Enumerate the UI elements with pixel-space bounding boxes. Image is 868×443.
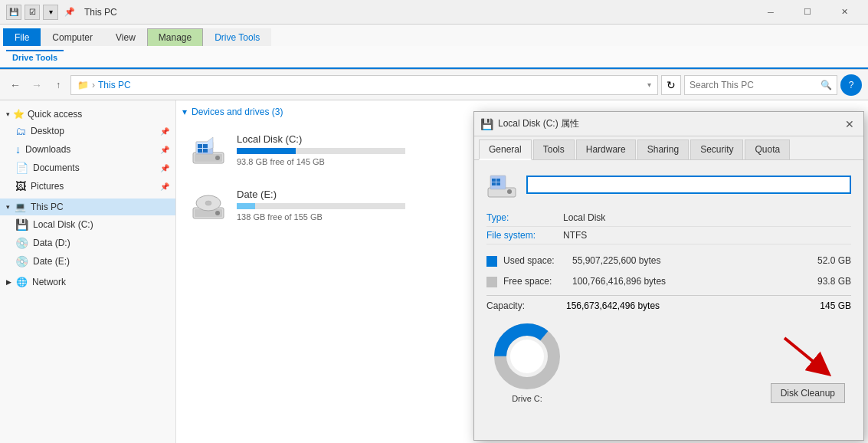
forward-button[interactable]: → xyxy=(28,76,46,94)
title-bar: 💾 ☑ ▾ 📌 This PC ─ ☐ ✕ xyxy=(0,0,868,25)
quick-access-icon: ⭐ xyxy=(13,109,25,120)
tab-computer[interactable]: Computer xyxy=(41,28,104,46)
sidebar-item-documents[interactable]: 📄 Documents 📌 xyxy=(0,159,175,177)
svg-rect-3 xyxy=(198,144,202,148)
minimize-button[interactable]: ─ xyxy=(753,0,788,25)
tab-view[interactable]: View xyxy=(104,28,147,46)
search-input[interactable] xyxy=(689,80,821,90)
svg-rect-5 xyxy=(198,149,202,153)
used-label: Used space: xyxy=(503,255,572,266)
tab-manage[interactable]: Manage xyxy=(147,28,203,46)
network-icon: 🌐 xyxy=(16,277,28,287)
donut-chart-area: Drive C: xyxy=(493,322,562,403)
svg-point-11 xyxy=(205,201,211,205)
free-bytes: 100,766,416,896 bytes xyxy=(572,276,811,287)
drive-c-bar xyxy=(237,148,296,154)
used-bytes: 55,907,225,600 bytes xyxy=(572,255,811,266)
date-e-icon: 💿 xyxy=(15,255,28,267)
prop-row-fs: File system: NTFS xyxy=(486,227,851,244)
tb-dropdown[interactable]: ▾ xyxy=(43,5,58,20)
data-d-label: Data (D:) xyxy=(33,238,70,248)
cap-bytes: 156,673,642,496 bytes xyxy=(566,300,814,311)
up-button[interactable]: ↑ xyxy=(49,76,67,94)
svg-point-19 xyxy=(507,189,512,194)
address-bar: ← → ↑ 📁 › This PC ▾ ↻ 🔍 ? xyxy=(0,70,868,100)
back-button[interactable]: ← xyxy=(6,76,25,94)
sidebar-item-pictures[interactable]: 🖼 Pictures 📌 xyxy=(0,177,175,195)
documents-icon: 📄 xyxy=(15,162,28,174)
search-box[interactable]: 🔍 xyxy=(684,75,837,95)
maximize-button[interactable]: ☐ xyxy=(790,0,825,25)
pin-icon: 📌 xyxy=(64,7,75,17)
ribbon-section-label: Drive Tools xyxy=(6,50,64,64)
address-input[interactable]: 📁 › This PC ▾ xyxy=(70,75,658,95)
sidebar-item-downloads[interactable]: ↓ Downloads 📌 xyxy=(0,140,175,159)
window-title: This PC xyxy=(84,7,117,18)
red-arrow-area xyxy=(777,334,838,380)
capacity-row: Capacity: 156,673,642,496 bytes 145 GB xyxy=(486,295,851,314)
data-d-icon: 💿 xyxy=(15,237,28,249)
dtab-sharing[interactable]: Sharing xyxy=(637,139,689,159)
sidebar-section-this-pc: ▾ 💻 This PC 💾 Local Disk (C:) 💿 Data (D:… xyxy=(0,199,175,271)
devices-chevron-icon: ▾ xyxy=(182,107,187,117)
drive-e-bar-container xyxy=(237,203,405,209)
drive-e-bar xyxy=(237,203,255,209)
save-icon[interactable]: 💾 xyxy=(6,5,21,20)
dialog-tabs: General Tools Hardware Sharing Security … xyxy=(474,136,863,160)
help-button[interactable]: ? xyxy=(840,74,862,96)
svg-point-22 xyxy=(510,340,544,373)
local-disk-icon: 💾 xyxy=(15,218,28,231)
sidebar-item-date-e[interactable]: 💿 Date (E:) xyxy=(0,252,175,271)
search-icon: 🔍 xyxy=(821,80,832,90)
breadcrumb-thispc[interactable]: This PC xyxy=(98,80,131,90)
properties-dialog[interactable]: 💾 Local Disk (C:) 属性 ✕ General Tools Har… xyxy=(473,111,864,441)
dtab-quota[interactable]: Quota xyxy=(745,139,790,159)
dtab-hardware[interactable]: Hardware xyxy=(576,139,636,159)
breadcrumb-dropdown[interactable]: ▾ xyxy=(647,80,651,89)
sidebar-item-this-pc[interactable]: ▾ 💻 This PC xyxy=(0,199,175,215)
properties-icon[interactable]: ☑ xyxy=(25,5,40,20)
window-controls: ─ ☐ ✕ xyxy=(753,0,862,25)
tab-drive-tools[interactable]: Drive Tools xyxy=(203,28,271,46)
ribbon: File Computer View Manage Drive Tools Dr… xyxy=(0,25,868,70)
refresh-button[interactable]: ↻ xyxy=(661,75,681,95)
sidebar-item-desktop[interactable]: 🗂 Desktop 📌 xyxy=(0,122,175,140)
dialog-drive-icon xyxy=(486,169,517,200)
dtab-tools[interactable]: Tools xyxy=(533,139,575,159)
dtab-security[interactable]: Security xyxy=(690,139,743,159)
pin-desktop-icon: 📌 xyxy=(160,127,169,136)
used-color-swatch xyxy=(486,256,497,267)
dtab-general[interactable]: General xyxy=(479,139,532,160)
free-gb: 93.8 GB xyxy=(817,276,851,287)
used-space-row: Used space: 55,907,225,600 bytes 52.0 GB xyxy=(486,251,851,271)
this-pc-icon: 💻 xyxy=(15,202,26,212)
breadcrumb-icon: 📁 xyxy=(77,80,89,90)
pictures-icon: 🖼 xyxy=(15,180,26,192)
pictures-label: Pictures xyxy=(31,181,64,192)
sidebar-item-network[interactable]: ▶ 🌐 Network xyxy=(0,274,175,290)
drive-label: Drive C: xyxy=(493,394,562,403)
sidebar-item-local-disk[interactable]: 💾 Local Disk (C:) xyxy=(0,215,175,234)
dialog-titlebar: 💾 Local Disk (C:) 属性 ✕ xyxy=(474,112,863,136)
sidebar-section-quick-access: ▾ ⭐ Quick access 🗂 Desktop 📌 ↓ Downloads… xyxy=(0,107,175,195)
svg-rect-18 xyxy=(496,182,500,185)
pin-downloads-icon: 📌 xyxy=(160,146,169,154)
disk-cleanup-button[interactable]: Disk Cleanup xyxy=(771,383,845,403)
quick-access-label: Quick access xyxy=(28,109,82,120)
svg-line-24 xyxy=(784,338,827,372)
drive-name-input[interactable] xyxy=(526,176,851,194)
this-pc-label: This PC xyxy=(31,202,64,212)
sidebar-item-data-d[interactable]: 💿 Data (D:) xyxy=(0,234,175,252)
close-button[interactable]: ✕ xyxy=(827,0,862,25)
donut-chart xyxy=(493,322,562,391)
tab-file[interactable]: File xyxy=(3,28,41,46)
sidebar-header-quick-access[interactable]: ▾ ⭐ Quick access xyxy=(0,107,175,122)
dialog-close-button[interactable]: ✕ xyxy=(842,116,857,132)
downloads-label: Downloads xyxy=(25,144,70,155)
sidebar: ▾ ⭐ Quick access 🗂 Desktop 📌 ↓ Downloads… xyxy=(0,100,176,443)
chevron-icon: ▾ xyxy=(6,110,10,118)
pin-pictures-icon: 📌 xyxy=(160,182,169,191)
svg-rect-6 xyxy=(203,149,208,153)
used-gb: 52.0 GB xyxy=(817,255,851,266)
type-value: Local Disk xyxy=(563,212,605,223)
